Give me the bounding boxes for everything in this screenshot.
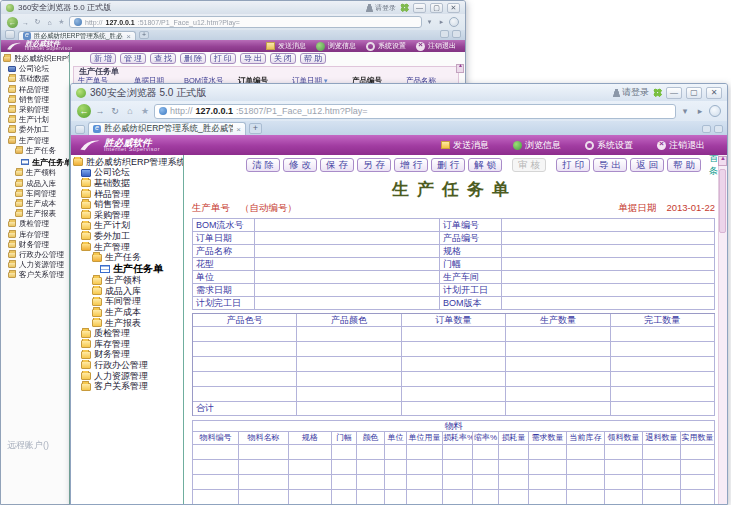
banner-link[interactable]: 发送消息 xyxy=(266,41,306,51)
field-value-cell[interactable] xyxy=(255,219,440,232)
material-table-row[interactable] xyxy=(192,460,715,475)
tree-item[interactable]: 生产领料 xyxy=(71,275,183,286)
close-button[interactable]: ✕ xyxy=(706,87,722,99)
tab-close-icon[interactable]: × xyxy=(236,125,241,134)
tree-item[interactable]: 样品管理 xyxy=(71,189,183,200)
browser-tab[interactable]: 胜必威纺织ERP管理系统_胜必威管... × xyxy=(88,122,246,135)
vertical-scrollbar[interactable] xyxy=(718,155,727,504)
tree-item[interactable]: 生产计划 xyxy=(71,221,183,232)
toolbar-button[interactable]: 增行 xyxy=(394,158,428,172)
toolbar-button[interactable]: 帮助 xyxy=(300,53,326,64)
color-table-row[interactable] xyxy=(193,387,715,402)
field-value-cell[interactable] xyxy=(502,219,715,232)
url-dropdown-button[interactable]: ▾ xyxy=(679,106,691,116)
session-restore-icon[interactable] xyxy=(702,125,711,133)
tree-item[interactable]: 公司论坛 xyxy=(1,64,69,74)
forward-button[interactable]: → xyxy=(94,106,106,116)
tree-item[interactable]: 车间管理 xyxy=(71,297,183,308)
maximize-button[interactable]: ▢ xyxy=(686,87,702,99)
new-tab-button[interactable]: + xyxy=(139,31,149,39)
toolbar-button[interactable]: 保存 xyxy=(320,158,354,172)
home-button[interactable]: ⌂ xyxy=(45,19,54,26)
tree-item[interactable]: 行政办公管理 xyxy=(1,250,69,260)
scroll-up-button[interactable] xyxy=(718,156,727,166)
tab-list-icon[interactable] xyxy=(452,30,461,38)
toolbar-button[interactable]: 另存 xyxy=(357,158,391,172)
field-value-cell[interactable] xyxy=(255,297,440,310)
tree-item[interactable]: 客户关系管理 xyxy=(71,381,183,392)
toolbar-button[interactable]: 打印 xyxy=(556,158,590,172)
tree-item[interactable]: 委外加工 xyxy=(1,125,69,135)
tree-item[interactable]: 采购管理 xyxy=(1,105,69,115)
refresh-button[interactable]: ↻ xyxy=(109,106,121,116)
field-value-cell[interactable] xyxy=(502,258,715,271)
tree-item[interactable]: 生产管理 xyxy=(71,242,183,253)
tree-item[interactable]: 财务管理 xyxy=(71,350,183,361)
tree-item[interactable]: 财务管理 xyxy=(1,240,69,250)
tree-item[interactable]: 基础数据 xyxy=(1,74,69,84)
banner-link[interactable]: 系统设置 xyxy=(585,139,633,152)
material-table-row[interactable] xyxy=(192,475,715,490)
close-button[interactable]: ✕ xyxy=(447,3,460,13)
toolbar-button[interactable]: 帮助 xyxy=(667,158,701,172)
session-restore-icon[interactable] xyxy=(440,30,449,38)
field-value-cell[interactable] xyxy=(255,245,440,258)
forward-button[interactable]: → xyxy=(21,19,30,26)
url-dropdown-button[interactable]: ▾ xyxy=(425,18,434,26)
tree-item[interactable]: 生产领料 xyxy=(1,168,69,178)
new-tab-button[interactable]: + xyxy=(249,123,262,134)
banner-link[interactable]: 浏览信息 xyxy=(316,41,356,51)
tree-item[interactable]: 生产任务单 xyxy=(71,263,183,276)
field-value-cell[interactable] xyxy=(255,271,440,284)
toolbar-button[interactable]: 关闭 xyxy=(270,53,296,64)
window-titlebar[interactable]: 360安全浏览器 5.0 正式版 请登录 — ▢ ✕ xyxy=(1,1,465,14)
tree-item[interactable]: 生产任务 xyxy=(1,146,69,156)
tree-item[interactable]: 公司论坛 xyxy=(71,168,183,179)
field-value-cell[interactable] xyxy=(255,232,440,245)
go-button[interactable]: ▸ xyxy=(694,106,706,116)
browser-tab[interactable]: 胜必威纺织ERP管理系统_胜必威管... × xyxy=(18,31,136,40)
toolbar-button[interactable]: 查找 xyxy=(150,53,176,64)
address-bar[interactable]: http://127.0.0.1:51807/P1_Face_u12.htm?P… xyxy=(154,104,676,119)
minimize-button[interactable]: — xyxy=(666,87,682,99)
favorites-star-icon[interactable]: ★ xyxy=(57,18,66,26)
tree-item[interactable]: 生产报表 xyxy=(71,318,183,329)
tab-close-icon[interactable]: × xyxy=(126,32,131,41)
tree-item[interactable]: 销售管理 xyxy=(71,199,183,210)
toolbar-button[interactable]: 审核 xyxy=(512,158,546,172)
tree-item[interactable]: 生产管理 xyxy=(1,136,69,146)
toolbar-button[interactable]: 返回 xyxy=(630,158,664,172)
login-link[interactable]: 请登录 xyxy=(613,86,649,99)
scrollbar-thumb[interactable] xyxy=(719,169,726,233)
tree-item[interactable]: 委外加工 xyxy=(71,231,183,242)
tree-item[interactable]: 样品管理 xyxy=(1,85,69,95)
color-table-row[interactable] xyxy=(193,357,715,372)
toolbar-button[interactable]: 解锁 xyxy=(468,158,502,172)
banner-link[interactable]: 浏览信息 xyxy=(513,139,561,152)
browser-menu-icon[interactable] xyxy=(75,125,85,134)
color-table-row[interactable] xyxy=(193,327,715,342)
banner-link[interactable]: 注销退出 xyxy=(416,41,456,51)
field-value-cell[interactable] xyxy=(255,284,440,297)
tree-item[interactable]: 库存管理 xyxy=(1,230,69,240)
tree-item[interactable]: 人力资源管理 xyxy=(1,260,69,270)
tree-item[interactable]: 生产成本 xyxy=(71,307,183,318)
color-table-row[interactable] xyxy=(193,342,715,357)
tree-item[interactable]: 车间管理 xyxy=(1,189,69,199)
tree-item[interactable]: 基础数据 xyxy=(71,178,183,189)
tree-item[interactable]: 行政办公管理 xyxy=(71,360,183,371)
address-bar[interactable]: http://127.0.0.1:51807/P1_Face_u12.htm?P… xyxy=(69,16,422,28)
window-titlebar[interactable]: 360安全浏览器 5.0 正式版 请登录 — ▢ ✕ xyxy=(71,84,727,101)
field-value-cell[interactable] xyxy=(502,297,715,310)
tab-list-icon[interactable] xyxy=(714,125,723,133)
toolbar-button[interactable]: 导出 xyxy=(240,53,266,64)
browser-menu-icon[interactable] xyxy=(5,30,15,39)
color-table-row[interactable] xyxy=(193,372,715,387)
refresh-button[interactable]: ↻ xyxy=(33,18,42,26)
back-button[interactable]: ← xyxy=(7,17,18,28)
tree-item[interactable]: 生产成本 xyxy=(1,199,69,209)
tree-item[interactable]: 销售管理 xyxy=(1,95,69,105)
toolbar-button[interactable]: 删行 xyxy=(431,158,465,172)
security-shield-icon[interactable] xyxy=(709,105,721,117)
tree-root[interactable]: 胜必威纺织ERP管理系统 xyxy=(1,54,69,64)
